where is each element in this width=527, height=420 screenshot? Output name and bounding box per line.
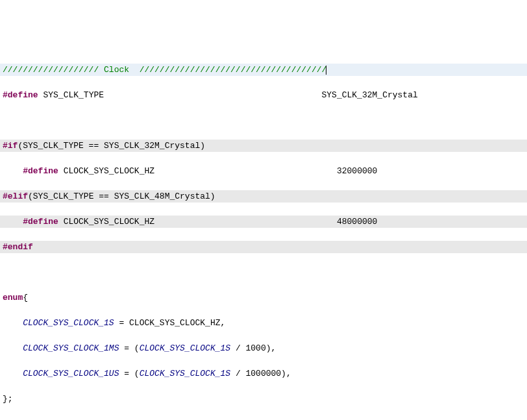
blank-line[interactable] [0, 418, 527, 421]
blank-line[interactable] [0, 114, 527, 127]
macro-value: SYS_CLK_32M_Crystal [322, 90, 418, 100]
keyword-enum: enum [3, 293, 23, 303]
condition: (SYS_CLK_TYPE == SYS_CLK_48M_Crystal) [28, 191, 215, 201]
enum-member: CLOCK_SYS_CLOCK_1MS [23, 343, 119, 353]
code-line[interactable]: #define SYS_CLK_TYPE SYS_CLK_32M_Crystal [0, 89, 527, 102]
preproc-define: #define [23, 166, 58, 176]
code-line[interactable]: }; [0, 393, 527, 406]
enum-ref: CLOCK_SYS_CLOCK_1S [140, 343, 230, 353]
enum-member: CLOCK_SYS_CLOCK_1S [23, 318, 114, 328]
enum-assign-end: / 1000000), [230, 369, 291, 378]
code-line[interactable]: enum{ [0, 291, 527, 304]
condition: (SYS_CLK_TYPE == SYS_CLK_32M_Crystal) [18, 141, 205, 151]
code-line[interactable]: #endif [0, 241, 527, 254]
enum-ref: CLOCK_SYS_CLOCK_1S [140, 369, 230, 378]
preproc-elif: #elif [3, 191, 28, 201]
macro-name: CLOCK_SYS_CLOCK_HZ [64, 217, 154, 227]
comment-text: /////////////////// Clock //////////////… [3, 65, 326, 75]
preproc-define: #define [3, 90, 38, 100]
macro-value: 48000000 [337, 217, 377, 227]
enum-member: CLOCK_SYS_CLOCK_1US [23, 369, 119, 378]
brace: { [23, 293, 28, 303]
code-line[interactable]: CLOCK_SYS_CLOCK_1US = (CLOCK_SYS_CLOCK_1… [0, 367, 527, 380]
brace-close: }; [3, 394, 13, 404]
macro-value: 32000000 [337, 166, 377, 176]
enum-assign: = CLOCK_SYS_CLOCK_HZ, [114, 318, 226, 328]
code-line[interactable]: CLOCK_SYS_CLOCK_1S = CLOCK_SYS_CLOCK_HZ, [0, 317, 527, 330]
preproc-if: #if [3, 141, 18, 151]
macro-name: CLOCK_SYS_CLOCK_HZ [64, 166, 154, 176]
macro-name: SYS_CLK_TYPE [43, 90, 104, 100]
code-line[interactable]: #if(SYS_CLK_TYPE == SYS_CLK_32M_Crystal) [0, 140, 527, 153]
preproc-endif: #endif [3, 242, 33, 252]
code-line[interactable]: #define CLOCK_SYS_CLOCK_HZ 48000000 [0, 216, 527, 229]
code-line[interactable]: #elif(SYS_CLK_TYPE == SYS_CLK_48M_Crysta… [0, 190, 527, 203]
code-line[interactable]: /////////////////// Clock //////////////… [0, 64, 527, 77]
code-line[interactable]: #define CLOCK_SYS_CLOCK_HZ 32000000 [0, 165, 527, 178]
enum-assign: = ( [119, 369, 139, 378]
blank-line[interactable] [0, 266, 527, 279]
enum-assign: = ( [119, 343, 139, 353]
enum-assign-end: / 1000), [230, 343, 276, 353]
code-line[interactable]: CLOCK_SYS_CLOCK_1MS = (CLOCK_SYS_CLOCK_1… [0, 342, 527, 355]
code-editor[interactable]: /////////////////// Clock //////////////… [0, 51, 527, 420]
preproc-define: #define [23, 217, 58, 227]
text-cursor [326, 66, 326, 75]
